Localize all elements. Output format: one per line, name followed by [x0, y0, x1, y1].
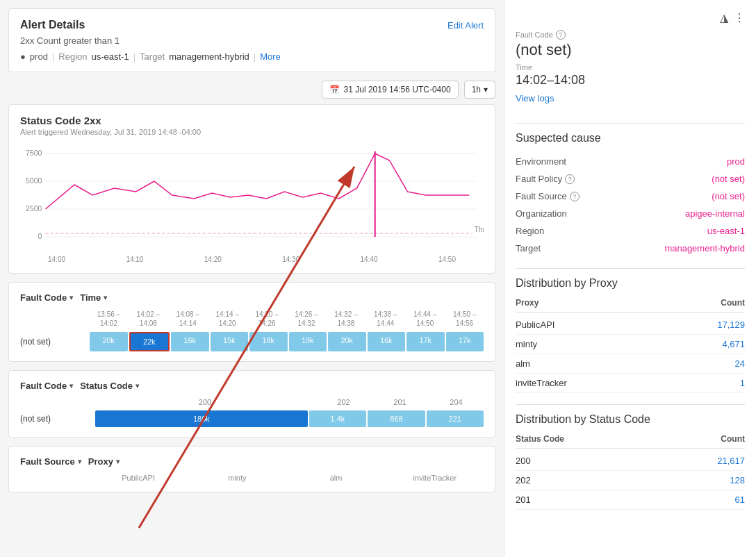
proxy-name-1: minty [516, 339, 537, 349]
status-cell-201[interactable]: 868 [368, 410, 425, 427]
status-fault-col-header[interactable]: Fault Code ▾ [20, 381, 73, 391]
time-col-9: 14:50 –14:56 [445, 310, 484, 328]
status-name-1: 202 [516, 475, 531, 485]
status-fault-col-spacer [20, 398, 90, 406]
suspected-row-4: Region us-east-1 [516, 222, 745, 240]
timerange-value: 1h [472, 85, 481, 94]
proxy-col-header[interactable]: Proxy ▾ [88, 456, 120, 467]
chart-card: Status Code 2xx Alert triggered Wednesda… [8, 104, 495, 274]
proxy-name-3: inviteTracker [516, 378, 567, 388]
status-count-1: 128 [730, 475, 745, 485]
time-col-0: 13:56 –14:02 [90, 310, 128, 328]
right-panel-top: ◮ ⋮ [516, 11, 745, 24]
dist-proxy-row-1: minty 4,671 [516, 335, 745, 354]
fault-source-col-header[interactable]: Fault Source ▾ [20, 456, 81, 467]
fs-col-alm: alm [288, 474, 385, 482]
time-cell-2[interactable]: 16k [171, 332, 209, 351]
proxy-count-1: 4,671 [722, 339, 745, 349]
status-cell-204[interactable]: 221 [427, 410, 484, 427]
fault-code-dropdown-arrow: ▾ [69, 294, 73, 301]
time-label: Time [80, 292, 101, 303]
view-logs-link[interactable]: View logs [516, 93, 554, 103]
fault-source-dropdown: ▾ [78, 458, 81, 465]
suspected-row-1: Fault Policy ? (not set) [516, 170, 745, 188]
edit-alert-link[interactable]: Edit Alert [447, 20, 484, 31]
time-cell-9[interactable]: 17k [446, 332, 484, 351]
time-col-8: 14:44 –14:50 [406, 310, 444, 328]
status-col-headers: 200 202 201 204 [95, 398, 484, 406]
dist-proxy-row-0: PublicAPI 17,129 [516, 315, 745, 335]
time-fault-label: (not set) [20, 337, 90, 347]
time-cell-4[interactable]: 18k [249, 332, 288, 351]
status-header-row: 200 202 201 204 [20, 398, 484, 406]
suspected-key-4: Region [516, 226, 544, 236]
suspected-key-1: Fault Policy ? [516, 174, 575, 184]
svg-text:Threshold: Threshold [474, 226, 484, 233]
dist-status-row-0: 200 21,617 [516, 451, 745, 471]
status-code-col-header[interactable]: Status Code ▾ [80, 381, 139, 391]
more-link[interactable]: More [260, 51, 281, 62]
fault-code-text: Fault Code [516, 31, 553, 39]
pipe-3: | [254, 51, 256, 62]
datetime-button[interactable]: 📅 31 Jul 2019 14:56 UTC-0400 [322, 81, 459, 99]
time-cell-7[interactable]: 16k [368, 332, 406, 351]
proxy-count-2: 24 [735, 358, 745, 369]
proxy-name-0: PublicAPI [516, 319, 554, 330]
alert-subtitle: 2xx Count greater than 1 [20, 35, 484, 46]
time-cell-5[interactable]: 19k [289, 332, 327, 351]
timerange-button[interactable]: 1h ▾ [464, 81, 495, 99]
chart-icon[interactable]: ◮ [720, 11, 728, 24]
fault-source-col-headers: PublicAPI minty alm inviteTracker [90, 474, 484, 482]
dist-status-row-1: 202 128 [516, 471, 745, 490]
region-label: Region [58, 51, 87, 62]
status-col-201: 201 [372, 398, 427, 406]
time-col-3: 14:14 –14:20 [208, 310, 247, 328]
proxy-dropdown: ▾ [116, 458, 120, 465]
status-table: 200 202 201 204 (not set) 180k 1.4k 868 … [20, 398, 484, 427]
status-table-row: (not set) 180k 1.4k 868 221 [20, 410, 484, 427]
status-cell-200[interactable]: 180k [95, 410, 308, 427]
dist-proxy-row-2: alm 24 [516, 354, 745, 374]
time-cell-6[interactable]: 20k [328, 332, 366, 351]
time-table: 13:56 –14:02 14:02 –14:08 14:08 –14:14 1… [20, 310, 484, 351]
timerange-arrow: ▾ [484, 85, 488, 94]
status-col-204: 204 [429, 398, 484, 406]
left-panel: Alert Details Edit Alert 2xx Count great… [0, 0, 504, 557]
datetime-value: 31 Jul 2019 14:56 UTC-0400 [344, 85, 451, 94]
fault-source-label: Fault Source [20, 456, 75, 467]
proxy-count-3: 1 [740, 378, 745, 388]
chart-area: 7500 5000 2500 0 Threshold [20, 143, 484, 254]
fault-code-info-icon[interactable]: ? [556, 30, 566, 40]
fault-code-section: Fault Code ? (not set) Time 14:02–14:08 … [516, 30, 745, 112]
time-table-card: Fault Code ▾ Time ▾ 13:56 –14:02 14:02 –… [8, 282, 495, 362]
env-value: prod [30, 51, 48, 62]
dist-status-row-2: 201 61 [516, 490, 745, 510]
fault-code-label: Fault Code [20, 292, 67, 303]
svg-text:2500: 2500 [26, 205, 42, 213]
proxy-name-2: alm [516, 358, 530, 369]
fault-policy-info-icon[interactable]: ? [565, 174, 575, 184]
time-cell-0[interactable]: 20k [90, 332, 128, 351]
more-options-icon[interactable]: ⋮ [734, 11, 745, 24]
time-col-header[interactable]: Time ▾ [80, 292, 107, 303]
status-name-2: 201 [516, 494, 531, 505]
target-label: Target [140, 51, 165, 62]
fault-code-col-header[interactable]: Fault Code ▾ [20, 292, 73, 303]
calendar-icon: 📅 [329, 85, 340, 94]
dist-status-table: Status Code Count 200 21,617 202 128 201… [516, 434, 745, 510]
globe-icon: ● [20, 51, 26, 62]
time-cell-8[interactable]: 17k [406, 332, 445, 351]
time-cell-1[interactable]: 22k [129, 332, 170, 351]
right-divider-2 [516, 268, 745, 269]
pipe-2: | [133, 51, 135, 62]
fault-source-info-icon[interactable]: ? [570, 192, 580, 201]
proxy-count-0: 17,129 [717, 319, 745, 330]
suspected-val-0: prod [727, 156, 745, 167]
suspected-val-4: us-east-1 [707, 226, 745, 236]
time-cell-3[interactable]: 15k [211, 332, 249, 351]
time-col-2: 14:08 –14:14 [169, 310, 207, 328]
status-cell-202[interactable]: 1.4k [309, 410, 366, 427]
datetime-bar: 📅 31 Jul 2019 14:56 UTC-0400 1h ▾ [8, 81, 495, 99]
dist-proxy-table: Proxy Count PublicAPI 17,129 minty 4,671… [516, 298, 745, 393]
dist-proxy-header: Proxy Count [516, 298, 745, 313]
